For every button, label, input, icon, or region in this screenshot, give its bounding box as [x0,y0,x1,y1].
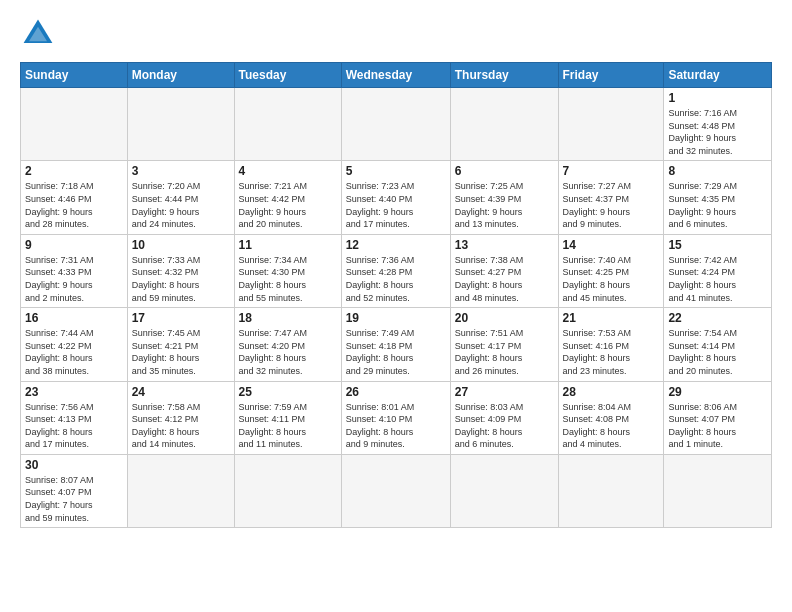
day-number: 9 [25,238,123,252]
day-cell: 19Sunrise: 7:49 AM Sunset: 4:18 PM Dayli… [341,308,450,381]
day-info: Sunrise: 8:03 AM Sunset: 4:09 PM Dayligh… [455,401,554,451]
calendar: SundayMondayTuesdayWednesdayThursdayFrid… [20,62,772,528]
day-number: 6 [455,164,554,178]
day-number: 11 [239,238,337,252]
day-cell: 4Sunrise: 7:21 AM Sunset: 4:42 PM Daylig… [234,161,341,234]
day-number: 17 [132,311,230,325]
day-cell: 17Sunrise: 7:45 AM Sunset: 4:21 PM Dayli… [127,308,234,381]
day-cell [558,454,664,527]
week-row-2: 9Sunrise: 7:31 AM Sunset: 4:33 PM Daylig… [21,234,772,307]
day-cell [127,454,234,527]
day-info: Sunrise: 8:07 AM Sunset: 4:07 PM Dayligh… [25,474,123,524]
day-cell: 16Sunrise: 7:44 AM Sunset: 4:22 PM Dayli… [21,308,128,381]
day-info: Sunrise: 7:38 AM Sunset: 4:27 PM Dayligh… [455,254,554,304]
day-cell [341,88,450,161]
day-info: Sunrise: 7:58 AM Sunset: 4:12 PM Dayligh… [132,401,230,451]
day-cell: 21Sunrise: 7:53 AM Sunset: 4:16 PM Dayli… [558,308,664,381]
day-number: 22 [668,311,767,325]
day-info: Sunrise: 7:54 AM Sunset: 4:14 PM Dayligh… [668,327,767,377]
day-info: Sunrise: 7:42 AM Sunset: 4:24 PM Dayligh… [668,254,767,304]
day-number: 2 [25,164,123,178]
day-info: Sunrise: 7:23 AM Sunset: 4:40 PM Dayligh… [346,180,446,230]
day-number: 28 [563,385,660,399]
day-cell: 3Sunrise: 7:20 AM Sunset: 4:44 PM Daylig… [127,161,234,234]
day-cell: 8Sunrise: 7:29 AM Sunset: 4:35 PM Daylig… [664,161,772,234]
header [20,16,772,52]
weekday-friday: Friday [558,63,664,88]
day-cell [21,88,128,161]
week-row-1: 2Sunrise: 7:18 AM Sunset: 4:46 PM Daylig… [21,161,772,234]
day-cell: 5Sunrise: 7:23 AM Sunset: 4:40 PM Daylig… [341,161,450,234]
day-cell: 7Sunrise: 7:27 AM Sunset: 4:37 PM Daylig… [558,161,664,234]
day-info: Sunrise: 7:47 AM Sunset: 4:20 PM Dayligh… [239,327,337,377]
day-info: Sunrise: 7:34 AM Sunset: 4:30 PM Dayligh… [239,254,337,304]
day-number: 5 [346,164,446,178]
day-cell: 10Sunrise: 7:33 AM Sunset: 4:32 PM Dayli… [127,234,234,307]
weekday-saturday: Saturday [664,63,772,88]
day-info: Sunrise: 7:29 AM Sunset: 4:35 PM Dayligh… [668,180,767,230]
day-number: 20 [455,311,554,325]
day-cell: 12Sunrise: 7:36 AM Sunset: 4:28 PM Dayli… [341,234,450,307]
day-cell: 30Sunrise: 8:07 AM Sunset: 4:07 PM Dayli… [21,454,128,527]
day-number: 23 [25,385,123,399]
weekday-thursday: Thursday [450,63,558,88]
week-row-5: 30Sunrise: 8:07 AM Sunset: 4:07 PM Dayli… [21,454,772,527]
day-info: Sunrise: 7:25 AM Sunset: 4:39 PM Dayligh… [455,180,554,230]
day-number: 4 [239,164,337,178]
day-info: Sunrise: 7:49 AM Sunset: 4:18 PM Dayligh… [346,327,446,377]
day-info: Sunrise: 7:27 AM Sunset: 4:37 PM Dayligh… [563,180,660,230]
day-info: Sunrise: 7:33 AM Sunset: 4:32 PM Dayligh… [132,254,230,304]
day-cell: 18Sunrise: 7:47 AM Sunset: 4:20 PM Dayli… [234,308,341,381]
day-cell: 26Sunrise: 8:01 AM Sunset: 4:10 PM Dayli… [341,381,450,454]
day-cell: 14Sunrise: 7:40 AM Sunset: 4:25 PM Dayli… [558,234,664,307]
day-number: 27 [455,385,554,399]
day-cell: 11Sunrise: 7:34 AM Sunset: 4:30 PM Dayli… [234,234,341,307]
day-number: 3 [132,164,230,178]
day-number: 26 [346,385,446,399]
day-info: Sunrise: 8:01 AM Sunset: 4:10 PM Dayligh… [346,401,446,451]
day-number: 21 [563,311,660,325]
weekday-tuesday: Tuesday [234,63,341,88]
day-info: Sunrise: 8:06 AM Sunset: 4:07 PM Dayligh… [668,401,767,451]
day-cell: 9Sunrise: 7:31 AM Sunset: 4:33 PM Daylig… [21,234,128,307]
logo-icon [20,16,56,52]
day-number: 16 [25,311,123,325]
day-cell [450,454,558,527]
day-cell: 24Sunrise: 7:58 AM Sunset: 4:12 PM Dayli… [127,381,234,454]
day-number: 14 [563,238,660,252]
day-number: 30 [25,458,123,472]
week-row-0: 1Sunrise: 7:16 AM Sunset: 4:48 PM Daylig… [21,88,772,161]
day-cell: 27Sunrise: 8:03 AM Sunset: 4:09 PM Dayli… [450,381,558,454]
day-cell: 6Sunrise: 7:25 AM Sunset: 4:39 PM Daylig… [450,161,558,234]
day-cell: 22Sunrise: 7:54 AM Sunset: 4:14 PM Dayli… [664,308,772,381]
day-cell: 28Sunrise: 8:04 AM Sunset: 4:08 PM Dayli… [558,381,664,454]
day-info: Sunrise: 7:59 AM Sunset: 4:11 PM Dayligh… [239,401,337,451]
week-row-3: 16Sunrise: 7:44 AM Sunset: 4:22 PM Dayli… [21,308,772,381]
day-cell: 15Sunrise: 7:42 AM Sunset: 4:24 PM Dayli… [664,234,772,307]
day-cell: 2Sunrise: 7:18 AM Sunset: 4:46 PM Daylig… [21,161,128,234]
weekday-sunday: Sunday [21,63,128,88]
day-cell: 25Sunrise: 7:59 AM Sunset: 4:11 PM Dayli… [234,381,341,454]
day-info: Sunrise: 7:21 AM Sunset: 4:42 PM Dayligh… [239,180,337,230]
day-cell [127,88,234,161]
day-info: Sunrise: 7:53 AM Sunset: 4:16 PM Dayligh… [563,327,660,377]
day-cell: 20Sunrise: 7:51 AM Sunset: 4:17 PM Dayli… [450,308,558,381]
day-cell: 23Sunrise: 7:56 AM Sunset: 4:13 PM Dayli… [21,381,128,454]
day-number: 13 [455,238,554,252]
day-info: Sunrise: 7:18 AM Sunset: 4:46 PM Dayligh… [25,180,123,230]
day-number: 19 [346,311,446,325]
day-number: 8 [668,164,767,178]
day-number: 18 [239,311,337,325]
day-info: Sunrise: 7:51 AM Sunset: 4:17 PM Dayligh… [455,327,554,377]
day-cell: 1Sunrise: 7:16 AM Sunset: 4:48 PM Daylig… [664,88,772,161]
day-info: Sunrise: 7:20 AM Sunset: 4:44 PM Dayligh… [132,180,230,230]
weekday-monday: Monday [127,63,234,88]
day-cell [558,88,664,161]
weekday-wednesday: Wednesday [341,63,450,88]
day-number: 24 [132,385,230,399]
weekday-header-row: SundayMondayTuesdayWednesdayThursdayFrid… [21,63,772,88]
day-info: Sunrise: 7:31 AM Sunset: 4:33 PM Dayligh… [25,254,123,304]
day-number: 12 [346,238,446,252]
day-info: Sunrise: 7:16 AM Sunset: 4:48 PM Dayligh… [668,107,767,157]
day-number: 25 [239,385,337,399]
